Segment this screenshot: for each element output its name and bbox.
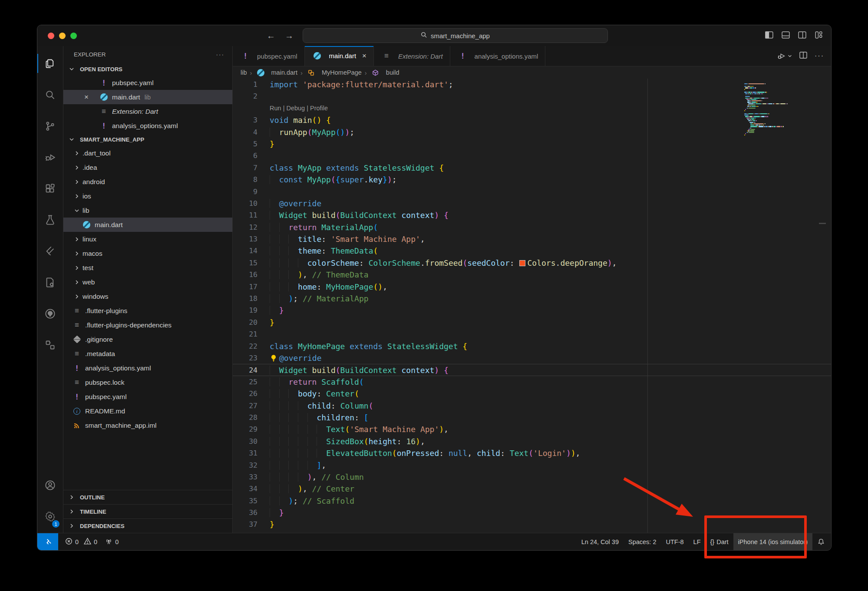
- status-language[interactable]: {}Dart: [706, 533, 733, 550]
- activity-project-icon[interactable]: [37, 329, 63, 360]
- token: return: [288, 223, 317, 232]
- tree-item[interactable]: linux: [63, 232, 232, 246]
- open-editor-item[interactable]: ×main.dartlib: [63, 90, 232, 104]
- tree-item[interactable]: web: [63, 275, 232, 289]
- section-timeline[interactable]: TIMELINE: [63, 504, 232, 518]
- lightbulb-icon[interactable]: [270, 354, 279, 362]
- status-cursor[interactable]: Ln 24, Col 39: [577, 533, 624, 550]
- tree-item[interactable]: windows: [63, 289, 232, 304]
- tab-analysis-options-yaml[interactable]: !analysis_options.yaml: [450, 46, 546, 66]
- status-label: UTF-8: [666, 538, 684, 545]
- tree-item[interactable]: ≡.metadata: [63, 347, 232, 361]
- project-root-header[interactable]: SMART_MACHINE_APP: [63, 133, 232, 146]
- status-encoding[interactable]: UTF-8: [661, 533, 689, 550]
- code-text: children: [: [270, 412, 369, 423]
- status-indent[interactable]: Spaces: 2: [624, 533, 661, 550]
- activity-github-icon[interactable]: [37, 298, 63, 329]
- status-eol[interactable]: LF: [689, 533, 706, 550]
- back-button[interactable]: ←: [267, 31, 275, 41]
- remote-indicator[interactable]: [37, 533, 58, 550]
- activity-flutter-icon[interactable]: [37, 235, 63, 267]
- token: (: [373, 223, 378, 232]
- status-device[interactable]: iPhone 14 (ios simulator): [733, 533, 812, 550]
- tree-item[interactable]: lib: [63, 203, 232, 218]
- customize-layout-icon[interactable]: [814, 30, 823, 41]
- open-editor-item[interactable]: !analysis_options.yaml: [63, 119, 232, 133]
- tree-item[interactable]: ≡.flutter-plugins: [63, 304, 232, 318]
- activity-search-icon[interactable]: [37, 79, 63, 110]
- activity-testing-icon[interactable]: [37, 204, 63, 235]
- problems-indicator[interactable]: 0 0: [65, 538, 97, 546]
- tree-item[interactable]: .idea: [63, 160, 232, 175]
- tree-item[interactable]: ≡.flutter-plugins-dependencies: [63, 318, 232, 332]
- codelens-links[interactable]: Run | Debug | Profile: [270, 102, 328, 114]
- sidebar-more-actions-icon[interactable]: ···: [216, 51, 225, 58]
- tree-item[interactable]: .gitignore: [63, 332, 232, 347]
- toggle-sidebar-icon[interactable]: [765, 30, 774, 41]
- tree-item[interactable]: !pubspec.yaml: [63, 390, 232, 404]
- minimize-window-button[interactable]: [59, 33, 66, 39]
- editor-more-actions-icon[interactable]: ···: [815, 52, 824, 60]
- activity-explorer-icon[interactable]: [37, 48, 63, 79]
- token: (): [336, 128, 345, 137]
- tree-item[interactable]: main.dart: [63, 218, 232, 232]
- forward-button[interactable]: →: [285, 31, 294, 41]
- tree-item[interactable]: .dart_tool: [63, 146, 232, 160]
- split-editor-icon[interactable]: [799, 51, 808, 61]
- close-icon[interactable]: ×: [84, 93, 89, 102]
- activity-file-gear-icon[interactable]: [37, 267, 63, 298]
- close-icon[interactable]: ×: [362, 52, 366, 60]
- run-debug-button[interactable]: [777, 51, 792, 61]
- tree-item-label: test: [83, 264, 93, 272]
- tree-item[interactable]: ios: [63, 189, 232, 203]
- indent-guide: [307, 413, 317, 422]
- token: build: [312, 366, 336, 375]
- activity-account-icon[interactable]: [37, 469, 63, 501]
- indent-guide: [270, 211, 279, 220]
- token: 'Login': [533, 449, 566, 458]
- ports-indicator[interactable]: 0: [105, 538, 119, 546]
- tree-item[interactable]: iREADME.md: [63, 404, 232, 418]
- scrollbar-handle[interactable]: [819, 223, 826, 224]
- toggle-panel-icon[interactable]: [781, 30, 790, 41]
- code-line: 9: [233, 186, 831, 198]
- activity-source-control-icon[interactable]: [37, 110, 63, 142]
- open-editors-header[interactable]: OPEN EDITORS: [63, 63, 232, 76]
- tab-pubspec-yaml[interactable]: !pubspec.yaml: [233, 46, 305, 66]
- close-window-button[interactable]: [48, 33, 54, 39]
- breadcrumb-item[interactable]: main.dart: [255, 69, 297, 76]
- code-editor[interactable]: 1import 'package:flutter/material.dart';…: [233, 79, 831, 533]
- tab-extension-dart[interactable]: ≡Extension: Dart: [374, 46, 450, 66]
- command-center-search[interactable]: smart_machine_app: [303, 28, 608, 43]
- open-editor-item[interactable]: ≡Extension: Dart: [63, 104, 232, 119]
- tab-label: pubspec.yaml: [257, 53, 297, 60]
- tree-item-label: linux: [83, 235, 96, 243]
- breadcrumb-item[interactable]: lib: [241, 69, 247, 76]
- token: [307, 211, 312, 220]
- tree-item[interactable]: test: [63, 261, 232, 275]
- code-text: return Scaffold(: [270, 376, 364, 388]
- open-editor-item[interactable]: !pubspec.yaml: [63, 76, 232, 90]
- token: Column: [340, 401, 369, 410]
- indent-guide: [270, 389, 279, 398]
- tree-item[interactable]: smart_machine_app.iml: [63, 418, 232, 433]
- tree-item[interactable]: !analysis_options.yaml: [63, 361, 232, 375]
- breadcrumb-item[interactable]: build: [370, 69, 399, 76]
- tab-main-dart[interactable]: main.dart×: [305, 46, 374, 66]
- tree-item[interactable]: android: [63, 175, 232, 189]
- section-dependencies[interactable]: DEPENDENCIES: [63, 518, 232, 533]
- notifications-bell[interactable]: [812, 533, 831, 550]
- zoom-window-button[interactable]: [70, 33, 77, 39]
- activity-settings-icon[interactable]: 1: [37, 501, 63, 532]
- token: ,: [444, 425, 449, 434]
- minimap[interactable]: [744, 83, 807, 137]
- tree-item[interactable]: macos: [63, 246, 232, 261]
- token: Widget: [279, 366, 307, 375]
- token: (: [373, 246, 378, 255]
- tree-item[interactable]: ≡pubspec.lock: [63, 375, 232, 390]
- activity-extensions-icon[interactable]: [37, 173, 63, 204]
- breadcrumb-item[interactable]: MyHomePage: [306, 69, 362, 76]
- section-outline[interactable]: OUTLINE: [63, 490, 232, 504]
- activity-run-debug-icon[interactable]: [37, 142, 63, 173]
- toggle-secondary-sidebar-icon[interactable]: [798, 30, 807, 41]
